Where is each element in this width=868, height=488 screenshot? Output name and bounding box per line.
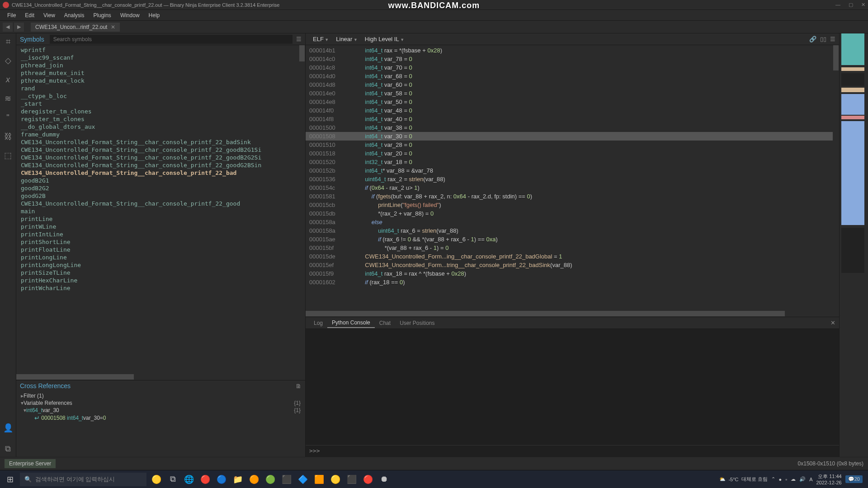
code-line[interactable]: 000015ae if (rax_6 != 0 && *(var_88 + ra… (306, 235, 839, 244)
xrefs-varrefs[interactable]: ▾ Variable References {1} (18, 399, 303, 407)
code-line[interactable]: 000014d8 int64_t var_60 = 0 (306, 80, 839, 89)
chrome-icon[interactable]: 🔵 (213, 471, 230, 488)
windows-icon[interactable]: ⧉ (4, 444, 13, 453)
view-selector-linear[interactable]: Linear (332, 35, 361, 43)
scrollbar-vertical[interactable] (299, 45, 305, 374)
xrefs-var[interactable]: ▾ int64_t var_30 {1} (18, 407, 303, 414)
hash-icon[interactable]: ⌗ (4, 37, 13, 46)
console-tab-log[interactable]: Log (309, 319, 327, 328)
code-line[interactable]: 000014f8 int64_t var_40 = 0 (306, 115, 839, 123)
code-line[interactable]: 000014e8 int64_t var_50 = 0 (306, 98, 839, 106)
code-scrollbar-h[interactable] (306, 310, 833, 317)
symbol-item[interactable]: main (16, 207, 305, 215)
cloud-icon[interactable]: ☁ (791, 476, 796, 482)
nav-forward-button[interactable]: ▶ (14, 23, 24, 32)
server-button[interactable]: Enterprise Server (5, 459, 56, 468)
edge-icon[interactable]: 🌐 (181, 471, 197, 488)
symbol-item[interactable]: printIntLine (16, 230, 305, 238)
tag-icon[interactable]: ◇ (4, 56, 13, 65)
symbol-item[interactable]: goodB2G1 (16, 177, 305, 184)
code-line[interactable]: 000015cb printLine("fgets() failed") (306, 201, 839, 209)
code-line[interactable]: 000014b1 int64_t rax = *(fsbase + 0x28) (306, 46, 839, 55)
symbol-item[interactable]: register_tm_clones (16, 115, 305, 123)
code-scrollbar-v[interactable] (833, 45, 839, 310)
app-icon-1[interactable]: 🔴 (197, 471, 213, 488)
split-icon[interactable]: ▯▯ (820, 36, 826, 42)
code-line[interactable]: 000014c8 int64_t var_70 = 0 (306, 63, 839, 72)
console-body[interactable] (306, 329, 839, 445)
app-icon-3[interactable]: 🟢 (262, 471, 278, 488)
view-selector-elf[interactable]: ELF (309, 35, 332, 43)
symbol-item[interactable]: printLongLine (16, 253, 305, 261)
taskview-icon[interactable]: ⧉ (165, 471, 181, 488)
symbol-item[interactable]: CWE134_Uncontrolled_Format_String__char_… (16, 200, 305, 207)
clock[interactable]: 오후 11:44 2022-12-26 (816, 473, 841, 486)
tray-icon-1[interactable]: ● (779, 477, 782, 482)
symbol-item[interactable]: printLine (16, 215, 305, 223)
symbol-item[interactable]: pthread_mutex_init (16, 69, 305, 77)
code-line[interactable]: 000014c0 int64_t var_78 = 0 (306, 55, 839, 63)
code-line[interactable]: 000015f9 int64_t rax_18 = rax ^ *(fsbase… (306, 269, 839, 278)
menu-file[interactable]: File (3, 11, 20, 19)
symbol-item[interactable]: __do_global_dtors_aux (16, 123, 305, 131)
code-line[interactable]: 00001510 int64_t var_28 = 0 (306, 141, 839, 149)
app-icon-2[interactable]: 🟠 (246, 471, 262, 488)
terminal-icon[interactable]: ⬛ (344, 471, 360, 488)
symbol-item[interactable]: CWE134_Uncontrolled_Format_String__char_… (16, 161, 305, 169)
chain-icon[interactable]: ⛓ (4, 132, 13, 141)
menu-icon[interactable]: ☰ (830, 36, 835, 42)
scrollbar-horizontal[interactable] (16, 374, 299, 380)
code-line[interactable]: 00001500 int64_t var_38 = 0 (306, 123, 839, 132)
console-tab-user-positions[interactable]: User Positions (395, 319, 439, 328)
symbol-item[interactable]: __ctype_b_loc (16, 92, 305, 100)
notification-badge[interactable]: 💬20 (845, 475, 863, 483)
code-line[interactable]: 000015ef CWE134_Uncontrolled_Form...trin… (306, 261, 839, 269)
code-line[interactable]: 000014d0 int64_t var_68 = 0 (306, 72, 839, 80)
symbol-item[interactable]: goodG2B (16, 192, 305, 200)
symbol-item[interactable]: printWcharLine (16, 284, 305, 292)
record-icon[interactable]: ⏺ (376, 471, 392, 488)
symbol-item[interactable]: wprintf (16, 46, 305, 54)
app-icon-7[interactable]: 🔴 (360, 471, 376, 488)
symbol-item[interactable]: printFloatLine (16, 246, 305, 253)
file-tab[interactable]: CWE134_Uncon...rintf_22.out ✕ (31, 23, 120, 32)
tab-close-icon[interactable]: ✕ (111, 24, 115, 30)
console-tab-python-console[interactable]: Python Console (327, 318, 375, 328)
symbol-list[interactable]: wprintf__isoc99_sscanfpthread_joinpthrea… (16, 45, 305, 380)
code-line[interactable]: 00001520 int32_t var_18 = 0 (306, 158, 839, 166)
code-line[interactable]: 0000152b int64_t* var_88 = &var_78 (306, 166, 839, 175)
minimize-icon[interactable]: — (835, 2, 840, 8)
code-line[interactable]: 00001508 int64_t var_30 = 0 (306, 132, 839, 141)
map-icon[interactable]: ⬚ (4, 151, 13, 160)
vscode-icon[interactable]: 🔷 (295, 471, 311, 488)
symbol-item[interactable]: printWLine (16, 223, 305, 230)
symbol-item[interactable]: printSizeTLine (16, 269, 305, 277)
menu-view[interactable]: View (39, 11, 60, 19)
menu-analysis[interactable]: Analysis (60, 11, 89, 19)
symbol-item[interactable]: printShortLine (16, 238, 305, 246)
start-button[interactable]: ⊞ (2, 471, 18, 488)
symbol-item[interactable]: printLongLongLine (16, 261, 305, 269)
menu-help[interactable]: Help (144, 11, 165, 19)
app-icon-4[interactable]: ⬛ (278, 471, 295, 488)
symbol-item[interactable]: printHexCharLine (16, 277, 305, 284)
symbol-item[interactable]: deregister_tm_clones (16, 108, 305, 115)
close-icon[interactable]: ✕ (861, 2, 865, 8)
code-line[interactable]: 00001536 uint64_t rax_2 = strlen(var_88) (306, 175, 839, 183)
code-view[interactable]: 000014b1 int64_t rax = *(fsbase + 0x28)0… (306, 45, 839, 317)
symbol-item[interactable]: CWE134_Uncontrolled_Format_String__char_… (16, 169, 305, 177)
search-input[interactable] (50, 35, 292, 44)
taskbar-search[interactable]: 🔍 검색하려면 여기에 입력하십시 (20, 473, 146, 486)
symbol-item[interactable]: rand (16, 84, 305, 92)
menu-plugins[interactable]: Plugins (89, 11, 116, 19)
symbol-item[interactable]: CWE134_Uncontrolled_Format_String__char_… (16, 138, 305, 146)
user-icon[interactable]: 👤 (4, 423, 13, 432)
minimap[interactable] (839, 33, 866, 457)
chevron-up-icon[interactable]: ⌃ (771, 476, 775, 482)
tray-icon-2[interactable]: ▫ (785, 477, 787, 482)
symbol-item[interactable]: CWE134_Uncontrolled_Format_String__char_… (16, 154, 305, 161)
xrefs-ref[interactable]: ↵ 00001508 int64_t var_30 = 0 (18, 414, 303, 422)
console-prompt[interactable]: >>> (306, 445, 839, 457)
symbol-item[interactable]: goodB2G2 (16, 184, 305, 192)
code-line[interactable]: 000015de CWE134_Uncontrolled_Form...ing_… (306, 252, 839, 261)
